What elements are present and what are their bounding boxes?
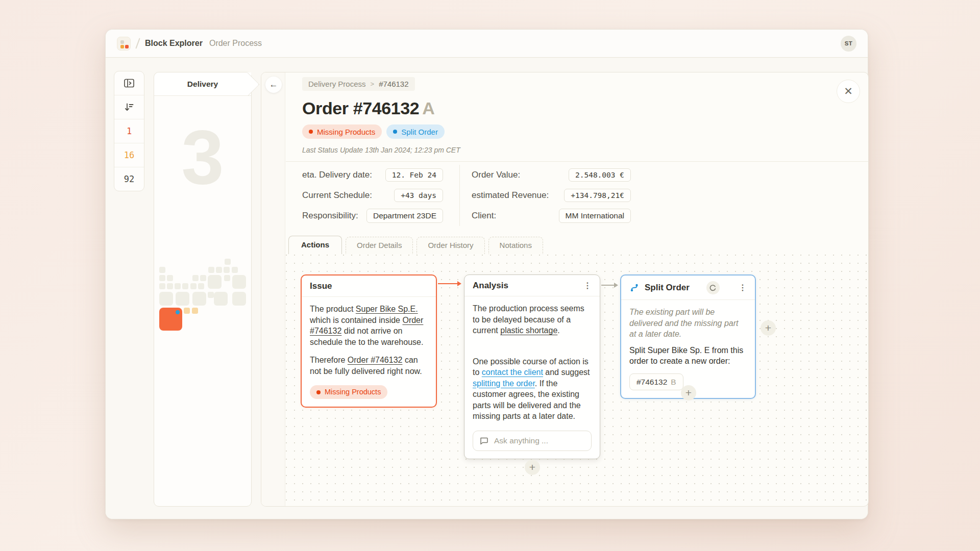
icon-rail: 1 16 92 (114, 71, 144, 191)
action-canvas[interactable]: Issue The product Super Bike Sp.E. which… (286, 254, 868, 506)
counter-92[interactable]: 92 (114, 167, 144, 191)
delivery-count-watermark: 3 (154, 113, 251, 202)
eta-delivery-date-value[interactable]: 12. Feb 24 (385, 168, 443, 182)
estimated-revenue-value[interactable]: +134.798,21€ (564, 189, 631, 202)
analysis-paragraph-1: The production process seems to be delay… (473, 303, 592, 336)
issue-to-analysis-arrow (438, 283, 460, 284)
kebab-menu-icon[interactable]: ⋮ (737, 283, 749, 293)
analysis-to-split-arrow (601, 285, 617, 286)
pixel-block (176, 292, 189, 306)
breadcrumb-current: #746132 (379, 80, 408, 88)
badge-missing-products[interactable]: Missing Products (302, 124, 382, 139)
pixel-block (232, 267, 238, 273)
pixel-block (214, 292, 228, 306)
order-fields: eta. Delivery date: 12. Feb 24 Current S… (286, 161, 868, 227)
issue-paragraph-1: The product Super Bike Sp.E. which is co… (310, 304, 428, 347)
split-order-card-title: Split Order (645, 283, 690, 293)
pixel-block (159, 292, 173, 306)
status-badges: Missing Products Split Order (302, 124, 868, 139)
counter-1[interactable]: 1 (114, 119, 144, 143)
kebab-menu-icon[interactable]: ⋮ (581, 281, 594, 291)
tab-notations[interactable]: Notations (488, 237, 543, 254)
pixel-block-active[interactable] (159, 308, 182, 331)
badge-split-order[interactable]: Split Order (386, 124, 445, 139)
counter-16[interactable]: 16 (114, 143, 144, 167)
split-branch-icon (629, 283, 640, 293)
ask-anything-placeholder: Ask anything ... (494, 435, 548, 446)
new-order-suffix: B (671, 377, 676, 388)
pixel-block (159, 283, 165, 289)
add-node-button[interactable]: + (681, 385, 696, 400)
collapse-panel-button[interactable] (114, 71, 144, 95)
chat-bubble-icon (479, 436, 488, 445)
split-action-text: Split Super Bike Sp. E from this order t… (629, 345, 747, 367)
tab-order-details[interactable]: Order Details (346, 237, 413, 254)
pixel-block (159, 267, 165, 273)
new-order-pill[interactable]: #746132 B (629, 373, 683, 391)
pixel-block (232, 292, 246, 306)
badge-dot (393, 130, 397, 134)
field-responsibility: Responsibility: Department 23DE (302, 206, 443, 226)
order-value-value[interactable]: 2.548.003 € (569, 168, 631, 182)
pixel-block (232, 275, 246, 289)
tab-actions[interactable]: Actions (288, 236, 342, 254)
pixel-block (190, 283, 197, 289)
issue-card-title: Issue (310, 281, 332, 291)
refresh-button[interactable] (706, 281, 720, 294)
user-avatar[interactable]: ST (841, 36, 856, 52)
order-title-suffix: A (422, 98, 434, 118)
app-logo-icon[interactable] (117, 37, 131, 51)
issue-card[interactable]: Issue The product Super Bike Sp.E. which… (301, 274, 437, 408)
client-value[interactable]: MM International (559, 209, 631, 223)
pixel-block (200, 275, 206, 281)
sort-descending-icon (124, 102, 135, 112)
add-node-button[interactable]: + (761, 320, 776, 336)
pixel-block (225, 259, 231, 265)
detail-side-rail: ← (261, 72, 285, 506)
pixel-block (216, 267, 222, 273)
pixel-art (156, 255, 249, 333)
split-order-card[interactable]: Split Order ⋮ The existing part will be … (620, 274, 756, 399)
back-button[interactable]: ← (265, 77, 282, 93)
breadcrumb-separator: > (371, 80, 375, 88)
pixel-block (167, 283, 173, 289)
inline-link[interactable]: contact the client (482, 368, 543, 377)
pixel-block (208, 292, 214, 298)
pixel-block (192, 275, 199, 281)
pixel-block (184, 308, 190, 314)
pixel-block (182, 283, 188, 289)
analysis-card[interactable]: Analysis ⋮ The production process seems … (464, 274, 600, 459)
refresh-icon (709, 284, 717, 292)
tab-bar: Actions Order Details Order History Nota… (288, 236, 868, 254)
delivery-panel-header[interactable]: Delivery (154, 72, 251, 96)
field-estimated-revenue: estimated Revenue: +134.798,21€ (472, 185, 631, 206)
split-note: The existing part will be delivered and … (629, 307, 747, 340)
order-detail-panel: ← ✕ Delivery Process > #746132 Order #74… (261, 72, 869, 507)
order-title: Order #746132A (302, 97, 868, 119)
inline-link[interactable]: splitting the order (473, 379, 535, 388)
app-brand: Block Explorer (145, 39, 203, 48)
sort-button[interactable] (114, 95, 144, 119)
close-button[interactable]: ✕ (837, 80, 860, 103)
field-eta-delivery-date: eta. Delivery date: 12. Feb 24 (302, 165, 443, 185)
titlebar: Block Explorer Order Process ST (106, 30, 868, 58)
tab-order-history[interactable]: Order History (416, 237, 484, 254)
issue-missing-products-badge[interactable]: Missing Products (310, 385, 387, 399)
pixel-block-status-dot (176, 310, 180, 314)
add-node-button[interactable]: + (525, 460, 540, 475)
breadcrumb[interactable]: Delivery Process > #746132 (302, 77, 415, 91)
ask-anything-input[interactable]: Ask anything ... (473, 431, 592, 451)
current-schedule-value[interactable]: +43 days (394, 189, 443, 202)
analysis-paragraph-2: One possible course of action is to cont… (473, 356, 592, 422)
field-order-value: Order Value: 2.548.003 € (472, 165, 631, 185)
pixel-block (175, 283, 181, 289)
workspace: 1 16 92 Delivery 3 ← ✕ Delivery P (106, 58, 868, 519)
app-window: Block Explorer Order Process ST (105, 29, 868, 519)
pixel-block (159, 275, 165, 281)
pixel-block (198, 283, 204, 289)
breadcrumb-parent[interactable]: Delivery Process (308, 80, 366, 88)
order-detail-content: Delivery Process > #746132 Order #746132… (286, 72, 868, 506)
badge-dot (316, 390, 321, 394)
last-status-update: Last Status Update 13th Jan 2024; 12:23 … (302, 146, 868, 155)
responsibility-value[interactable]: Department 23DE (366, 209, 443, 223)
